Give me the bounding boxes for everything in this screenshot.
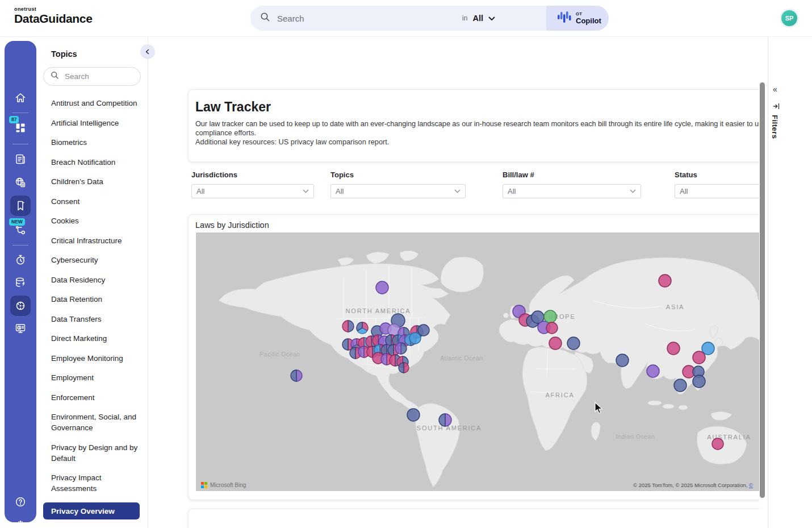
sidebar-collapse-button[interactable] bbox=[140, 44, 155, 59]
sidebar-item-topic[interactable]: Consent bbox=[36, 196, 148, 207]
law-marker[interactable] bbox=[567, 337, 580, 350]
filter-group: JurisdictionsAll bbox=[191, 171, 314, 198]
sidebar-item-topic[interactable]: Data Residency bbox=[36, 275, 148, 285]
sidebar-item-topic[interactable]: Direct Marketing bbox=[36, 333, 148, 344]
sidebar-item-privacy-overview[interactable]: Privacy Overview bbox=[43, 502, 140, 519]
main-content: Law Tracker Our law tracker can be used … bbox=[148, 36, 759, 528]
chevron-down-icon bbox=[630, 189, 636, 193]
global-search-input[interactable] bbox=[276, 13, 466, 24]
rail-home-button[interactable] bbox=[10, 88, 31, 108]
database-icon bbox=[14, 276, 27, 289]
filter-dropdown[interactable]: All bbox=[675, 184, 759, 198]
dashboard-grid-icon bbox=[14, 122, 27, 134]
global-search-bar[interactable]: in All OT Copil bbox=[250, 6, 609, 31]
filter-dropdown[interactable]: All bbox=[503, 184, 641, 198]
filter-value: All bbox=[196, 187, 204, 196]
law-marker[interactable] bbox=[693, 375, 705, 388]
rail-global-research-button[interactable] bbox=[10, 172, 31, 193]
map-label: SOUTH AMERICA bbox=[417, 425, 482, 431]
page-description-line3: Additional key resources: US privacy law… bbox=[195, 138, 759, 147]
sidebar-item-topic[interactable]: Privacy Impact Assessments bbox=[36, 472, 148, 494]
chevron-down-icon bbox=[303, 189, 309, 193]
user-avatar[interactable]: SP bbox=[781, 10, 797, 26]
sidebar-item-topic[interactable]: Environment, Social, and Governance bbox=[36, 411, 148, 433]
filter-dropdown[interactable]: All bbox=[330, 184, 466, 198]
bookmark-icon bbox=[14, 199, 27, 213]
sidebar-item-topic[interactable]: Cookies bbox=[36, 215, 148, 226]
copilot-logo-icon bbox=[558, 10, 571, 27]
rail-law-tracker-button[interactable] bbox=[10, 296, 31, 316]
stopwatch-icon bbox=[14, 253, 27, 267]
map-attribution-text: © 2025 TomTom, © 2025 Microsoft Corporat… bbox=[633, 482, 747, 488]
sidebar-item-topic[interactable]: Cybersecurity bbox=[36, 255, 148, 265]
topics-search-input[interactable] bbox=[64, 72, 134, 81]
sidebar-item-topic[interactable]: Antitrust and Competition bbox=[36, 98, 148, 109]
law-marker[interactable] bbox=[409, 332, 421, 344]
copilot-button[interactable]: OT Copilot bbox=[546, 6, 609, 31]
brand-dataguidance: DataGuidance bbox=[14, 12, 93, 26]
rail-deadlines-button[interactable] bbox=[10, 250, 31, 270]
search-scope-dropdown[interactable]: in All bbox=[462, 6, 495, 31]
law-marker[interactable] bbox=[546, 322, 558, 334]
microsoft-logo-icon bbox=[201, 482, 207, 488]
law-marker[interactable] bbox=[549, 337, 562, 350]
law-marker[interactable] bbox=[712, 438, 723, 450]
rail-help-button[interactable] bbox=[10, 492, 31, 512]
workflow-icon bbox=[14, 223, 27, 237]
page-description-line2: compliance efforts. bbox=[195, 128, 759, 138]
rail-community-button[interactable] bbox=[10, 514, 31, 528]
brand-logo[interactable]: onetrust DataGuidance bbox=[14, 6, 93, 26]
sidebar-item-topic[interactable]: Artificial Intelligence bbox=[36, 118, 148, 128]
new-badge: NEW bbox=[9, 218, 25, 226]
map-attribution-link[interactable]: © bbox=[749, 482, 753, 488]
map-attribution: © 2025 TomTom, © 2025 Microsoft Corporat… bbox=[633, 482, 753, 488]
law-marker[interactable] bbox=[659, 275, 671, 287]
law-marker[interactable] bbox=[376, 281, 388, 294]
rail-divider bbox=[12, 144, 28, 144]
topics-search-box[interactable] bbox=[43, 67, 141, 86]
sidebar-item-topic[interactable]: Enforcement bbox=[36, 392, 148, 403]
map-label: Pacific Ocean bbox=[259, 351, 300, 357]
search-icon bbox=[51, 71, 59, 82]
rail-reports-button[interactable] bbox=[10, 318, 31, 339]
world-map[interactable]: NORTH AMERICAPacific OceanAtlantic Ocean… bbox=[196, 232, 759, 491]
brand-onetrust: onetrust bbox=[14, 6, 93, 12]
law-marker[interactable] bbox=[674, 379, 687, 392]
copilot-label: Copilot bbox=[576, 17, 601, 24]
sidebar-item-topic[interactable]: Privacy by Design and by Default bbox=[36, 442, 148, 464]
sidebar-item-topic[interactable]: Critical Infrastructure bbox=[36, 235, 148, 246]
scrollbar-thumb[interactable] bbox=[760, 82, 765, 498]
law-marker[interactable] bbox=[544, 310, 556, 323]
sidebar-item-topic[interactable]: Biometrics bbox=[36, 137, 148, 148]
globe-document-icon bbox=[14, 176, 27, 189]
law-marker[interactable] bbox=[616, 354, 629, 367]
chevron-left-icon bbox=[147, 50, 149, 54]
filter-dropdown[interactable]: All bbox=[191, 184, 314, 198]
vertical-scrollbar[interactable] bbox=[759, 36, 765, 528]
law-marker[interactable] bbox=[407, 409, 420, 421]
filter-label: Jurisdictions bbox=[191, 171, 314, 179]
law-marker[interactable] bbox=[647, 365, 659, 377]
law-marker[interactable] bbox=[667, 342, 680, 355]
filters-panel-label: Filters bbox=[771, 115, 779, 139]
sidebar-item-topic[interactable]: Employment bbox=[36, 372, 148, 383]
law-marker[interactable] bbox=[702, 342, 714, 355]
target-icon bbox=[14, 299, 27, 313]
sidebar-item-topic[interactable]: Breach Notification bbox=[36, 157, 148, 168]
law-marker[interactable] bbox=[693, 351, 705, 364]
topics-sidebar: Topics Antitrust and CompetitionArtifici… bbox=[36, 36, 148, 528]
rail-divider bbox=[12, 245, 28, 246]
map-label: ASIA bbox=[666, 304, 684, 310]
sidebar-item-topic[interactable]: Children's Data bbox=[36, 176, 148, 187]
pin-panel-icon[interactable] bbox=[772, 102, 780, 113]
rail-data-sources-button[interactable] bbox=[10, 272, 31, 293]
sidebar-item-topic[interactable]: Data Transfers bbox=[36, 314, 148, 325]
rail-bookmarks-button[interactable] bbox=[10, 196, 31, 216]
sidebar-item-topic[interactable]: Data Retention bbox=[36, 294, 148, 305]
chevron-down-icon bbox=[488, 13, 495, 23]
sidebar-item-topic[interactable]: Employee Monitoring bbox=[36, 353, 148, 364]
filter-value: All bbox=[680, 187, 688, 196]
expand-filters-icon[interactable]: « bbox=[773, 85, 777, 93]
search-scope-prefix: in bbox=[462, 14, 468, 22]
rail-news-button[interactable] bbox=[10, 149, 31, 169]
